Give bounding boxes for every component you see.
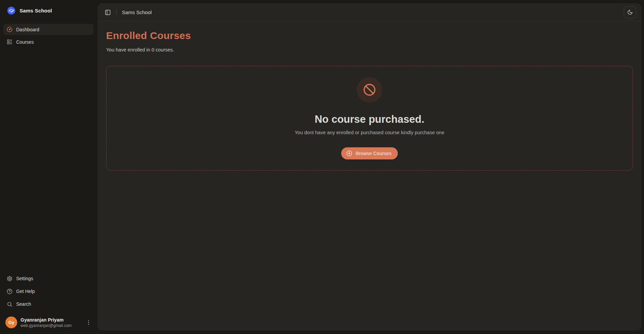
- user-meta: Gyanranjan Priyam web.gyanranjan@gmail.c…: [21, 317, 82, 328]
- page-title: Enrolled Courses: [106, 30, 633, 41]
- sidebar-item-label: Courses: [16, 39, 34, 45]
- moon-icon: [627, 9, 633, 15]
- layout-list-icon: [7, 39, 12, 45]
- sidebar-item-label: Get Help: [16, 289, 35, 294]
- topbar: Sams School: [98, 4, 641, 21]
- brand-name: Sams School: [20, 8, 52, 13]
- topbar-divider: [116, 9, 117, 15]
- topbar-title: Sams School: [122, 9, 152, 15]
- main-content: Enrolled Courses You have enrolled in 0 …: [98, 21, 641, 330]
- ban-icon: [357, 77, 382, 103]
- main-panel: Sams School Enrolled Courses You have en…: [98, 3, 641, 330]
- sidebar-item-label: Settings: [16, 276, 33, 281]
- browse-courses-label: Browse Courses: [356, 151, 391, 156]
- sidebar: Sams School Dashboard: [0, 0, 97, 334]
- circle-gauge-icon: [7, 27, 12, 32]
- browse-courses-button[interactable]: Browse Courses: [341, 147, 398, 159]
- app-logo-icon: [7, 6, 16, 15]
- empty-state-description: You dont have any enrolled or purchased …: [295, 130, 444, 135]
- search-icon: [7, 301, 12, 307]
- brand: Sams School: [0, 0, 97, 21]
- sidebar-spacer: [0, 47, 97, 269]
- sidebar-toggle-button[interactable]: [103, 7, 113, 17]
- sidebar-item-dashboard[interactable]: Dashboard: [3, 24, 94, 35]
- sidebar-item-search[interactable]: Search: [3, 298, 94, 310]
- circle-plus-icon: [346, 150, 352, 156]
- user-name: Gyanranjan Priyam: [21, 317, 82, 323]
- sidebar-item-get-help[interactable]: Get Help: [3, 285, 94, 297]
- avatar: Gy: [5, 317, 17, 328]
- sidebar-item-settings[interactable]: Settings: [3, 272, 94, 285]
- page-subtitle: You have enrolled in 0 courses.: [106, 47, 633, 52]
- sidebar-item-label: Search: [16, 301, 31, 307]
- empty-state-title: No course purchased.: [315, 113, 424, 125]
- empty-state-box: No course purchased. You dont have any e…: [106, 66, 633, 171]
- gear-icon: [7, 276, 12, 282]
- user-email: web.gyanranjan@gmail.com: [21, 323, 82, 328]
- panel-left-icon: [105, 9, 111, 15]
- sidebar-item-label: Dashboard: [16, 27, 39, 32]
- sidebar-item-courses[interactable]: Courses: [3, 36, 94, 47]
- sidebar-nav: Dashboard Courses: [0, 21, 97, 47]
- help-circle-icon: [7, 289, 12, 294]
- sidebar-footer-nav: Settings Get Help: [0, 269, 97, 312]
- theme-toggle-button[interactable]: [624, 6, 636, 18]
- app-root: Sams School Dashboard: [0, 0, 644, 334]
- user-profile[interactable]: Gy Gyanranjan Priyam web.gyanranjan@gmai…: [3, 314, 94, 331]
- ellipsis-vertical-icon[interactable]: [86, 320, 92, 326]
